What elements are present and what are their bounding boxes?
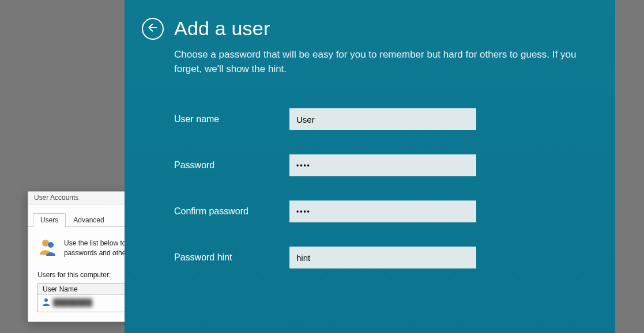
add-user-panel: Add a user Choose a password that will b… xyxy=(125,0,615,333)
tab-users[interactable]: Users xyxy=(33,213,66,227)
label-password: Password xyxy=(174,160,289,171)
label-confirm-password: Confirm password xyxy=(174,206,289,217)
confirm-password-input[interactable] xyxy=(289,200,476,222)
password-hint-input[interactable] xyxy=(289,247,476,268)
label-password-hint: Password hint xyxy=(174,252,289,263)
svg-point-1 xyxy=(48,242,54,248)
svg-point-2 xyxy=(44,298,48,302)
users-icon xyxy=(37,237,57,257)
page-title: Add a user xyxy=(174,17,270,40)
user-icon xyxy=(42,297,51,308)
instruction-text: Choose a password that will be easy for … xyxy=(174,48,586,76)
tab-advanced[interactable]: Advanced xyxy=(66,213,111,227)
back-button[interactable] xyxy=(142,18,164,40)
obscured-username: ████████ xyxy=(53,298,92,306)
label-username: User name xyxy=(174,114,289,124)
add-user-form: User name Password Confirm password Pass… xyxy=(174,108,586,268)
password-input[interactable] xyxy=(289,154,476,176)
arrow-left-icon xyxy=(147,22,159,36)
username-input[interactable] xyxy=(289,108,476,130)
